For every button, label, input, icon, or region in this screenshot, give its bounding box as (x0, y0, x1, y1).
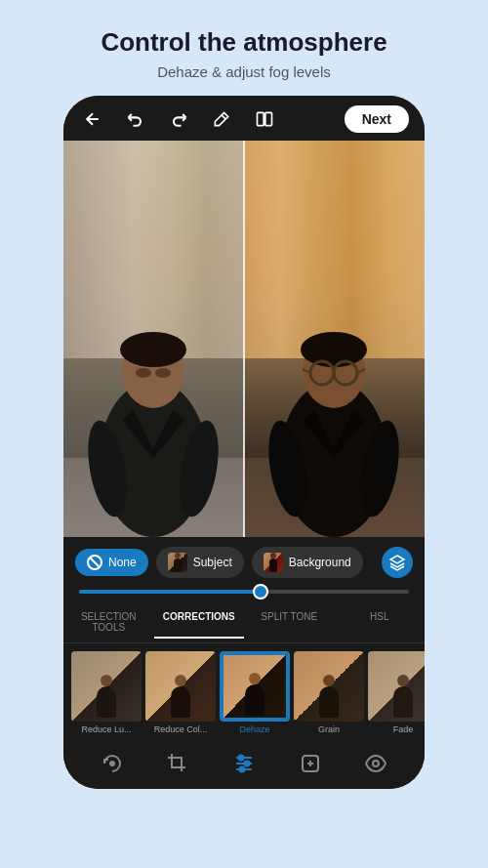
healing-button[interactable] (295, 748, 326, 779)
tool-dehaze[interactable]: Dehaze (220, 651, 290, 734)
subject-label: Subject (193, 556, 232, 569)
background-label: Background (289, 556, 351, 569)
svg-point-25 (238, 756, 243, 761)
none-selection-button[interactable]: None (75, 549, 148, 576)
back-button[interactable] (79, 105, 106, 133)
top-toolbar: Next (63, 96, 425, 141)
eye-icon (364, 752, 387, 775)
image-area (63, 141, 425, 537)
page-title: Control the atmosphere (101, 27, 386, 58)
slider-thumb[interactable] (253, 584, 268, 599)
svg-point-21 (110, 762, 114, 765)
none-icon (87, 555, 102, 570)
sliders-button[interactable] (228, 748, 260, 779)
subject-thumbnail (168, 553, 187, 572)
slider-track[interactable] (79, 590, 409, 594)
redo-button[interactable] (165, 105, 192, 133)
sliders-icon (232, 752, 256, 775)
tab-selection-tools[interactable]: SELECTION TOOLS (63, 605, 154, 639)
svg-point-11 (301, 332, 367, 367)
tool-reduce-col-label: Reduce Col... (154, 724, 208, 734)
eye-button[interactable] (360, 748, 391, 779)
tool-reduce-col-thumbnail (145, 651, 216, 722)
tab-split-tone[interactable]: SPLIT TONE (244, 605, 335, 639)
next-button[interactable]: Next (345, 105, 409, 133)
svg-point-27 (239, 767, 244, 772)
camera-rotate-button[interactable] (97, 748, 128, 779)
healing-icon (299, 752, 322, 775)
layers-icon (388, 554, 406, 571)
tab-hsl[interactable]: HSL (335, 605, 426, 639)
undo-button[interactable] (122, 105, 149, 133)
tool-reduce-col[interactable]: Reduce Col... (145, 651, 216, 734)
tool-reduce-lu-label: Reduce Lu... (81, 724, 131, 734)
redo-icon (169, 109, 188, 129)
tool-reduce-lu[interactable]: Reduce Lu... (71, 651, 142, 734)
back-icon (83, 109, 102, 129)
slider-fill (79, 590, 261, 594)
tool-grain-label: Grain (318, 724, 340, 734)
tool-reduce-lu-thumbnail (71, 651, 142, 722)
svg-rect-0 (258, 112, 264, 125)
split-divider[interactable] (243, 141, 245, 537)
selection-bar: None Subject Background (63, 537, 425, 588)
tools-scroll-area: Reduce Lu... Reduce Col... Dehaze (63, 643, 425, 738)
svg-point-29 (373, 761, 379, 766)
bottom-toolbar (63, 738, 425, 789)
phone-frame: Next (63, 96, 425, 789)
tool-fade[interactable]: Fade (368, 651, 425, 734)
none-label: None (108, 556, 137, 569)
right-image-half (244, 141, 425, 537)
undo-icon (126, 109, 145, 129)
background-selection-button[interactable]: Background (252, 547, 363, 578)
subject-selection-button[interactable]: Subject (156, 547, 244, 578)
tool-grain-thumbnail (294, 651, 364, 722)
tab-corrections[interactable]: CORRECTIONS (154, 605, 245, 639)
svg-rect-1 (265, 112, 272, 125)
svg-point-26 (244, 762, 249, 766)
svg-line-20 (90, 558, 100, 567)
crop-icon (166, 752, 189, 775)
page-header: Control the atmosphere Dehaze & adjust f… (81, 0, 406, 96)
tabs-bar: SELECTION TOOLS CORRECTIONS SPLIT TONE H… (63, 601, 425, 643)
crop-button[interactable] (162, 748, 193, 779)
person-right (244, 264, 425, 537)
page-subtitle: Dehaze & adjust fog levels (101, 63, 386, 80)
tool-fade-label: Fade (393, 724, 414, 734)
adjustment-slider-container (63, 588, 425, 601)
magic-button[interactable] (208, 105, 235, 133)
camera-rotate-icon (101, 752, 124, 775)
tool-fade-thumbnail (368, 651, 425, 722)
left-image-half (63, 141, 244, 537)
tool-dehaze-thumbnail (220, 651, 290, 722)
compare-icon (255, 109, 274, 129)
background-thumbnail (264, 553, 283, 572)
tool-grain[interactable]: Grain (294, 651, 364, 734)
tool-dehaze-label: Dehaze (239, 724, 269, 734)
selection-settings-button[interactable] (382, 547, 413, 578)
magic-wand-icon (212, 109, 231, 129)
compare-button[interactable] (251, 105, 278, 133)
